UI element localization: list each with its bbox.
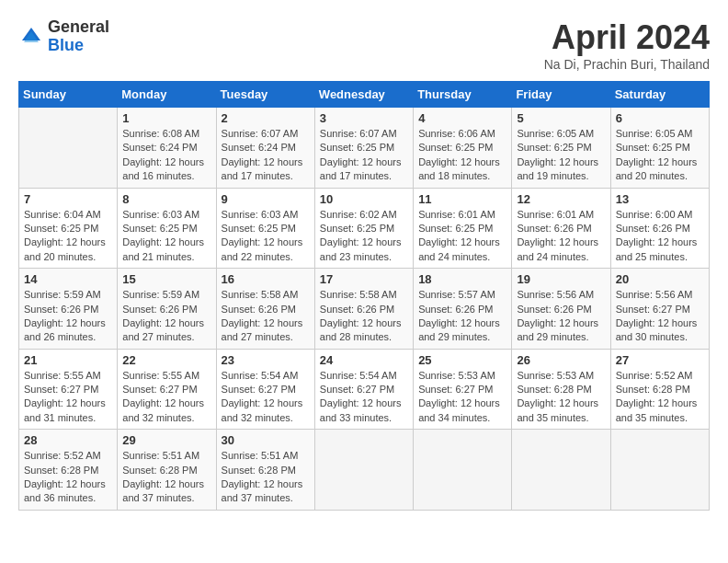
day-number: 14 (24, 272, 112, 286)
calendar-cell: 1Sunrise: 6:08 AMSunset: 6:24 PMDaylight… (118, 108, 216, 189)
day-info: Sunrise: 6:04 AMSunset: 6:25 PMDaylight:… (24, 208, 112, 265)
day-number: 2 (222, 111, 310, 125)
calendar-cell: 30Sunrise: 5:51 AMSunset: 6:28 PMDayligh… (216, 430, 314, 511)
day-info: Sunrise: 6:01 AMSunset: 6:25 PMDaylight:… (418, 208, 506, 265)
calendar-cell: 7Sunrise: 6:04 AMSunset: 6:25 PMDaylight… (19, 188, 118, 269)
day-info: Sunrise: 5:51 AMSunset: 6:28 PMDaylight:… (222, 449, 310, 506)
logo-general-label: General (48, 18, 109, 37)
calendar-cell (610, 430, 709, 511)
day-number: 27 (616, 353, 704, 367)
calendar-cell: 3Sunrise: 6:07 AMSunset: 6:25 PMDaylight… (314, 108, 413, 189)
weekday-header: Saturday (610, 82, 709, 108)
day-number: 26 (517, 353, 605, 367)
day-number: 15 (122, 272, 210, 286)
calendar-cell (314, 430, 413, 511)
calendar-cell: 16Sunrise: 5:58 AMSunset: 6:26 PMDayligh… (216, 269, 314, 350)
logo-icon (18, 24, 44, 50)
calendar-row: 14Sunrise: 5:59 AMSunset: 6:26 PMDayligh… (19, 269, 710, 350)
day-info: Sunrise: 5:52 AMSunset: 6:28 PMDaylight:… (616, 369, 704, 426)
day-number: 24 (320, 353, 408, 367)
day-info: Sunrise: 5:56 AMSunset: 6:26 PMDaylight:… (517, 288, 605, 345)
calendar-row: 1Sunrise: 6:08 AMSunset: 6:24 PMDaylight… (19, 108, 710, 189)
calendar-row: 21Sunrise: 5:55 AMSunset: 6:27 PMDayligh… (19, 349, 710, 430)
calendar-cell: 26Sunrise: 5:53 AMSunset: 6:28 PMDayligh… (512, 349, 610, 430)
calendar-cell: 5Sunrise: 6:05 AMSunset: 6:25 PMDaylight… (512, 108, 610, 189)
month-title: April 2024 (544, 18, 710, 57)
day-number: 18 (418, 272, 506, 286)
logo-text: General Blue (48, 18, 109, 55)
logo: General Blue (18, 18, 109, 55)
day-number: 12 (517, 192, 605, 206)
weekday-header: Sunday (19, 82, 118, 108)
page-header: General Blue April 2024 Na Di, Prachin B… (18, 18, 710, 72)
day-number: 21 (24, 353, 112, 367)
calendar-cell: 19Sunrise: 5:56 AMSunset: 6:26 PMDayligh… (512, 269, 610, 350)
day-number: 20 (616, 272, 704, 286)
day-number: 9 (222, 192, 310, 206)
calendar-cell: 10Sunrise: 6:02 AMSunset: 6:25 PMDayligh… (314, 188, 413, 269)
day-info: Sunrise: 5:51 AMSunset: 6:28 PMDaylight:… (122, 449, 210, 506)
weekday-header: Tuesday (216, 82, 314, 108)
day-number: 8 (122, 192, 210, 206)
logo-blue-label: Blue (48, 37, 109, 55)
calendar-cell: 29Sunrise: 5:51 AMSunset: 6:28 PMDayligh… (118, 430, 216, 511)
day-number: 10 (320, 192, 408, 206)
calendar-cell (414, 430, 512, 511)
day-info: Sunrise: 5:54 AMSunset: 6:27 PMDaylight:… (320, 369, 408, 426)
calendar-cell: 6Sunrise: 6:05 AMSunset: 6:25 PMDaylight… (610, 108, 709, 189)
weekday-header: Friday (512, 82, 610, 108)
day-info: Sunrise: 5:52 AMSunset: 6:28 PMDaylight:… (24, 449, 112, 506)
calendar-cell: 9Sunrise: 6:03 AMSunset: 6:25 PMDaylight… (216, 188, 314, 269)
weekday-header-row: SundayMondayTuesdayWednesdayThursdayFrid… (19, 82, 710, 108)
day-info: Sunrise: 6:02 AMSunset: 6:25 PMDaylight:… (320, 208, 408, 265)
day-info: Sunrise: 6:06 AMSunset: 6:25 PMDaylight:… (418, 127, 506, 184)
day-info: Sunrise: 5:56 AMSunset: 6:27 PMDaylight:… (616, 288, 704, 345)
day-info: Sunrise: 6:05 AMSunset: 6:25 PMDaylight:… (517, 127, 605, 184)
calendar-cell (512, 430, 610, 511)
day-info: Sunrise: 5:59 AMSunset: 6:26 PMDaylight:… (122, 288, 210, 345)
day-info: Sunrise: 5:55 AMSunset: 6:27 PMDaylight:… (122, 369, 210, 426)
calendar-cell: 11Sunrise: 6:01 AMSunset: 6:25 PMDayligh… (414, 188, 512, 269)
day-info: Sunrise: 5:58 AMSunset: 6:26 PMDaylight:… (320, 288, 408, 345)
calendar-table: SundayMondayTuesdayWednesdayThursdayFrid… (18, 81, 710, 511)
calendar-row: 7Sunrise: 6:04 AMSunset: 6:25 PMDaylight… (19, 188, 710, 269)
day-number: 25 (418, 353, 506, 367)
weekday-header: Thursday (414, 82, 512, 108)
calendar-cell: 28Sunrise: 5:52 AMSunset: 6:28 PMDayligh… (19, 430, 118, 511)
day-info: Sunrise: 5:54 AMSunset: 6:27 PMDaylight:… (222, 369, 310, 426)
calendar-cell: 12Sunrise: 6:01 AMSunset: 6:26 PMDayligh… (512, 188, 610, 269)
calendar-cell: 14Sunrise: 5:59 AMSunset: 6:26 PMDayligh… (19, 269, 118, 350)
day-info: Sunrise: 6:08 AMSunset: 6:24 PMDaylight:… (122, 127, 210, 184)
calendar-row: 28Sunrise: 5:52 AMSunset: 6:28 PMDayligh… (19, 430, 710, 511)
day-info: Sunrise: 6:07 AMSunset: 6:25 PMDaylight:… (320, 127, 408, 184)
day-number: 22 (122, 353, 210, 367)
calendar-cell: 22Sunrise: 5:55 AMSunset: 6:27 PMDayligh… (118, 349, 216, 430)
day-info: Sunrise: 6:03 AMSunset: 6:25 PMDaylight:… (222, 208, 310, 265)
day-number: 6 (616, 111, 704, 125)
day-number: 4 (418, 111, 506, 125)
day-info: Sunrise: 6:01 AMSunset: 6:26 PMDaylight:… (517, 208, 605, 265)
day-number: 17 (320, 272, 408, 286)
day-number: 16 (222, 272, 310, 286)
calendar-cell: 2Sunrise: 6:07 AMSunset: 6:24 PMDaylight… (216, 108, 314, 189)
day-number: 1 (122, 111, 210, 125)
day-number: 3 (320, 111, 408, 125)
day-number: 19 (517, 272, 605, 286)
day-info: Sunrise: 5:59 AMSunset: 6:26 PMDaylight:… (24, 288, 112, 345)
day-info: Sunrise: 5:57 AMSunset: 6:26 PMDaylight:… (418, 288, 506, 345)
day-info: Sunrise: 5:55 AMSunset: 6:27 PMDaylight:… (24, 369, 112, 426)
day-info: Sunrise: 6:05 AMSunset: 6:25 PMDaylight:… (616, 127, 704, 184)
day-number: 23 (222, 353, 310, 367)
calendar-cell: 23Sunrise: 5:54 AMSunset: 6:27 PMDayligh… (216, 349, 314, 430)
location-text: Na Di, Prachin Buri, Thailand (544, 57, 710, 72)
calendar-cell: 8Sunrise: 6:03 AMSunset: 6:25 PMDaylight… (118, 188, 216, 269)
weekday-header: Wednesday (314, 82, 413, 108)
title-block: April 2024 Na Di, Prachin Buri, Thailand (544, 18, 710, 72)
day-info: Sunrise: 6:03 AMSunset: 6:25 PMDaylight:… (122, 208, 210, 265)
day-number: 7 (24, 192, 112, 206)
day-number: 30 (222, 433, 310, 447)
calendar-cell: 13Sunrise: 6:00 AMSunset: 6:26 PMDayligh… (610, 188, 709, 269)
day-info: Sunrise: 5:53 AMSunset: 6:28 PMDaylight:… (517, 369, 605, 426)
calendar-cell: 18Sunrise: 5:57 AMSunset: 6:26 PMDayligh… (414, 269, 512, 350)
day-number: 13 (616, 192, 704, 206)
